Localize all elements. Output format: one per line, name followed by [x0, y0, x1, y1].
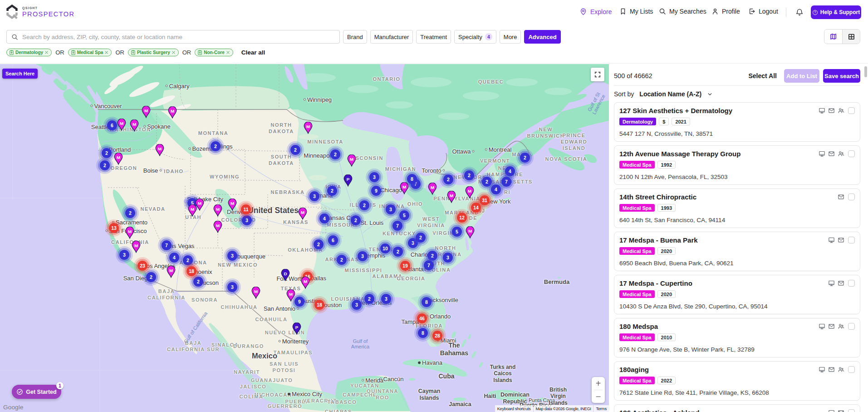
mail-icon[interactable]	[838, 194, 844, 200]
map-cluster[interactable]: 3	[352, 300, 362, 310]
map-pin-m[interactable]: M	[428, 183, 437, 195]
filter-chip-dermatology[interactable]: Dermatology	[6, 49, 52, 56]
nav-item-logout[interactable]: Logout	[748, 8, 778, 15]
monitor-icon[interactable]	[819, 150, 825, 157]
map-cluster[interactable]: 2	[183, 255, 193, 265]
card-title[interactable]: 12th Avenue Massage Therapy Group	[619, 150, 740, 158]
map-cluster[interactable]: 2	[359, 200, 369, 210]
map-cluster[interactable]: 9	[294, 297, 304, 307]
card-checkbox[interactable]	[848, 280, 855, 287]
chip-remove-icon[interactable]	[104, 50, 108, 55]
help-support-button[interactable]: Help & Support	[811, 5, 861, 19]
map-cluster[interactable]: 10	[380, 243, 390, 253]
filter-button-brand[interactable]: Brand	[343, 30, 367, 44]
map-cluster[interactable]: 2	[125, 208, 135, 218]
map-cluster[interactable]: 4	[319, 213, 329, 223]
map-cluster[interactable]: 3	[369, 172, 379, 182]
chip-remove-icon[interactable]	[172, 50, 176, 55]
map-pin-m[interactable]: M	[167, 266, 176, 278]
map-cluster[interactable]: 2	[351, 215, 361, 225]
map-cluster[interactable]: 23	[137, 261, 147, 271]
nav-item-my-searches[interactable]: My Searches	[659, 8, 706, 15]
map-cluster[interactable]: 46	[417, 313, 427, 323]
mail-icon[interactable]	[838, 237, 844, 243]
chip-remove-icon[interactable]	[226, 50, 230, 55]
card-title[interactable]: 17 Medspa - Cupertino	[619, 279, 692, 287]
card-checkbox[interactable]	[848, 366, 855, 373]
card-checkbox[interactable]	[848, 409, 855, 412]
map-pin-m[interactable]: M	[213, 221, 223, 233]
select-all-button[interactable]: Select All	[748, 72, 777, 79]
map-cluster[interactable]: 2	[443, 174, 453, 184]
mail-icon[interactable]	[828, 366, 835, 373]
map-cluster[interactable]: 28	[432, 331, 442, 341]
fullscreen-button[interactable]	[591, 68, 604, 81]
map-pin-m[interactable]: M	[228, 199, 237, 211]
map-cluster[interactable]: 7	[162, 240, 172, 250]
map-cluster[interactable]: 12	[457, 213, 467, 223]
map-cluster[interactable]: 2	[327, 186, 337, 196]
card-title[interactable]: 127 Skin Aesthetics + Dermatology	[619, 107, 732, 114]
filter-button-more[interactable]: More	[500, 30, 521, 44]
map-cluster[interactable]: 2	[393, 247, 403, 257]
result-card[interactable]: 12th Avenue Massage Therapy GroupMedical…	[614, 145, 860, 185]
map-cluster[interactable]: 2	[193, 277, 203, 287]
people-icon[interactable]	[838, 107, 844, 114]
result-card[interactable]: 180agingMedical Spa20227612 State Line R…	[614, 361, 860, 401]
notifications-bell-button[interactable]	[795, 8, 804, 16]
card-title[interactable]: 180aging	[619, 366, 649, 373]
search-input[interactable]	[22, 34, 335, 40]
map-cluster[interactable]: 2	[102, 148, 112, 158]
map-cluster[interactable]: 18	[186, 266, 196, 276]
map-pin-m[interactable]: M	[114, 153, 123, 165]
map-cluster[interactable]: 18	[314, 300, 324, 310]
map-cluster[interactable]: 2	[364, 294, 374, 304]
map-cluster[interactable]: 2	[211, 141, 221, 151]
map-view-button[interactable]	[824, 30, 842, 44]
sort-select[interactable]: Location Name (A-Z)	[639, 90, 701, 98]
result-card[interactable]: 127 Skin Aesthetics + DermatologyDermato…	[614, 102, 860, 142]
map-cluster[interactable]: 5	[452, 227, 462, 237]
attribution-item[interactable]: Keyboard shortcuts	[495, 405, 533, 412]
map-cluster[interactable]: 31	[480, 195, 490, 205]
card-title[interactable]: 14th Street Chiropractic	[619, 193, 696, 201]
nav-item-explore[interactable]: Explore	[579, 8, 612, 15]
map-cluster[interactable]: 4	[491, 184, 501, 194]
map-cluster[interactable]: 3	[443, 253, 453, 263]
map-pin-m[interactable]: M	[213, 204, 223, 217]
filter-button-manufacturer[interactable]: Manufacturer	[370, 30, 413, 44]
map-cluster[interactable]: 2	[146, 272, 156, 282]
chevron-down-icon[interactable]	[707, 91, 713, 97]
card-checkbox[interactable]	[848, 107, 855, 114]
mail-icon[interactable]	[838, 409, 844, 412]
map-cluster[interactable]: 19	[400, 261, 410, 271]
search-box[interactable]	[6, 30, 340, 44]
map-cluster[interactable]: 7	[424, 260, 434, 270]
map-pin-m[interactable]: M	[466, 226, 475, 238]
zoom-in-button[interactable]: +	[592, 377, 605, 390]
mail-icon[interactable]	[828, 107, 835, 114]
map-pin-m[interactable]: M	[168, 106, 177, 119]
map-cluster[interactable]: 13	[109, 223, 119, 233]
filter-button-specialty[interactable]: Specialty4	[454, 30, 496, 44]
add-to-list-button[interactable]: Add to List	[784, 69, 819, 83]
map-pin-m[interactable]: M	[400, 182, 409, 194]
map-pin-m[interactable]: M	[142, 106, 151, 118]
map-pin-p[interactable]: P	[343, 174, 353, 187]
monitor-icon[interactable]	[819, 366, 825, 373]
card-checkbox[interactable]	[848, 323, 855, 330]
filter-chip-non-core[interactable]: Non-Core	[195, 49, 233, 56]
map-cluster[interactable]: 8	[422, 297, 432, 307]
result-card[interactable]: 14th Street ChiropracticMedical Spa19936…	[614, 189, 860, 228]
card-checkbox[interactable]	[848, 237, 855, 243]
map-cluster[interactable]: 6	[107, 120, 117, 130]
map-cluster[interactable]: 2	[330, 149, 340, 159]
map-cluster[interactable]: 3	[309, 191, 319, 201]
table-view-button[interactable]	[842, 30, 860, 44]
map-pin-m[interactable]: M	[188, 204, 197, 217]
card-title[interactable]: 186 Aesthetics - Ashland	[619, 409, 699, 412]
filter-chip-medical-spa[interactable]: Medical Spa	[68, 49, 112, 56]
map-pin-d[interactable]: D	[281, 269, 290, 281]
map-cluster[interactable]: 2	[337, 255, 347, 265]
map-canvas[interactable]: WASHINGTONMONTANANORTH DAKOTASOUTH DAKOT…	[0, 64, 609, 412]
